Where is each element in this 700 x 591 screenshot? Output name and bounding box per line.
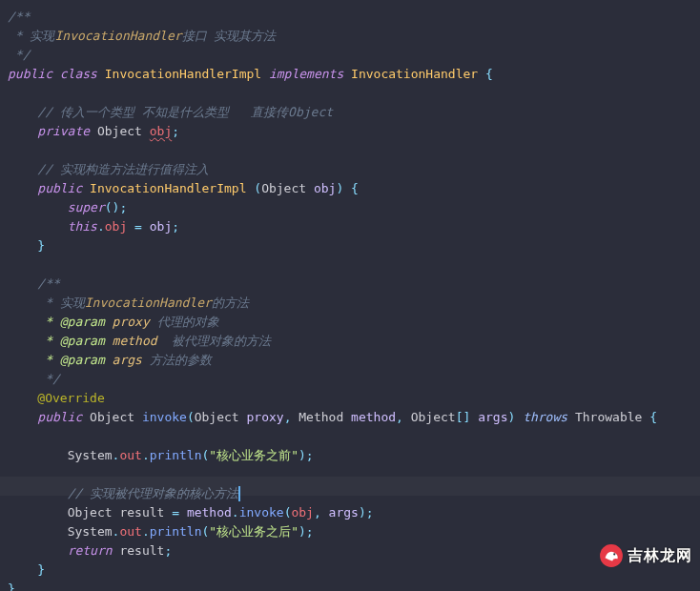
- brace: {: [485, 67, 493, 81]
- param-obj: obj: [150, 219, 172, 234]
- dot: .: [232, 505, 239, 520]
- annotation-override: @Override: [37, 391, 104, 405]
- type-throwable: Throwable: [575, 410, 642, 424]
- type: Method: [299, 410, 343, 424]
- javadoc-line: */: [37, 372, 59, 386]
- brace: }: [37, 562, 45, 577]
- method-println: println: [150, 448, 202, 462]
- brace: }: [37, 238, 45, 253]
- javadoc-line: * @param proxy 代理的对象: [37, 315, 218, 329]
- assign: =: [127, 219, 149, 234]
- class-system: System: [68, 448, 113, 462]
- type: Object: [195, 410, 239, 424]
- text-caret: [238, 486, 240, 501]
- javadoc-line: /**: [37, 276, 59, 291]
- paren: ): [507, 410, 515, 424]
- paren: ): [299, 448, 306, 462]
- brace: {: [351, 181, 359, 195]
- kw-public: public: [37, 410, 82, 424]
- kw-public: public: [37, 181, 82, 195]
- semicolon: ;: [306, 448, 314, 462]
- type: Object: [90, 410, 134, 424]
- param-method: method: [187, 505, 232, 520]
- kw-private: private: [37, 124, 90, 138]
- field-out: out: [119, 448, 141, 462]
- comment-line: // 传入一个类型 不知是什么类型 直接传Object: [37, 105, 333, 119]
- method-println: println: [150, 524, 202, 539]
- javadoc-line: */: [8, 48, 30, 62]
- comment-line: // 实现被代理对象的核心方法: [68, 486, 238, 500]
- field-obj: obj: [105, 219, 127, 234]
- field-obj: obj: [150, 124, 172, 138]
- javadoc-line: /**: [8, 10, 30, 24]
- method-invoke: invoke: [142, 410, 187, 424]
- kw-this: this: [68, 219, 97, 234]
- kw-public: public: [8, 67, 52, 81]
- brace: }: [8, 581, 15, 591]
- string-literal: "核心业务之前": [209, 448, 299, 462]
- param-proxy: proxy: [247, 410, 284, 424]
- javadoc-line: * 实现InvocationHandler接口 实现其方法: [8, 29, 276, 43]
- paren: ): [359, 505, 366, 520]
- string-literal: "核心业务之后": [209, 524, 299, 539]
- interface-name: InvocationHandler: [351, 67, 478, 81]
- semicolon: ;: [366, 505, 374, 520]
- semicolon: ;: [164, 543, 172, 558]
- comma: ,: [396, 410, 411, 424]
- array: []: [456, 410, 471, 424]
- dot: .: [142, 524, 150, 539]
- javadoc-line: * @param args 方法的参数: [37, 353, 211, 367]
- semicolon: ;: [172, 219, 179, 234]
- comma: ,: [284, 410, 299, 424]
- call: ();: [105, 200, 127, 214]
- javadoc-line: * 实现InvocationHandler的方法: [37, 296, 249, 310]
- type: Object: [97, 124, 142, 138]
- var-result: result: [119, 543, 164, 558]
- param-args: args: [329, 505, 359, 520]
- brace: {: [649, 410, 657, 424]
- comment-line: // 实现构造方法进行值得注入: [37, 162, 208, 176]
- method-invoke-call: invoke: [239, 505, 284, 520]
- dot: .: [142, 448, 150, 462]
- semicolon: ;: [172, 124, 179, 138]
- param-args: args: [478, 410, 507, 424]
- code-editor[interactable]: /** * 实现InvocationHandler接口 实现其方法 */ pub…: [0, 0, 700, 591]
- type: Object: [411, 410, 456, 424]
- kw-class: class: [60, 67, 97, 81]
- paren: ): [336, 181, 343, 195]
- type: Object: [261, 181, 306, 195]
- paren: ): [299, 524, 306, 539]
- kw-throws: throws: [523, 410, 567, 424]
- kw-return: return: [68, 543, 113, 558]
- comma: ,: [314, 505, 329, 520]
- paren: (: [254, 181, 261, 195]
- class-system: System: [68, 524, 113, 539]
- dot: .: [97, 219, 105, 234]
- assign: =: [164, 505, 186, 520]
- param-method: method: [351, 410, 396, 424]
- kw-super: super: [68, 200, 105, 214]
- class-name: InvocationHandlerImpl: [105, 67, 261, 81]
- ctor-name: InvocationHandlerImpl: [90, 181, 246, 195]
- var-result: result: [119, 505, 164, 520]
- kw-implements: implements: [269, 67, 343, 81]
- semicolon: ;: [306, 524, 314, 539]
- field-out: out: [119, 524, 141, 539]
- type: Object: [68, 505, 113, 520]
- javadoc-line: * @param method 被代理对象的方法: [37, 334, 271, 348]
- param-obj: obj: [314, 181, 336, 195]
- field-obj: obj: [291, 505, 313, 520]
- paren: (: [187, 410, 195, 424]
